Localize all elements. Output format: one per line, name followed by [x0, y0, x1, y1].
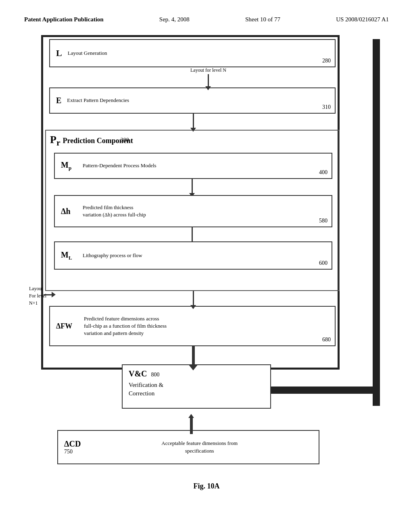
delta-cd-label: Acceptable feature dimensions fromspecif… [86, 440, 313, 454]
return-arrow-to-layout [374, 46, 380, 54]
film-thickness-id: Δh [61, 207, 77, 216]
prediction-component-box: Pr Prediction Component 300 Mp Pattern-D… [45, 130, 340, 291]
extract-number: 310 [322, 104, 331, 110]
page: Patent Application Publication Sep. 4, 2… [0, 0, 413, 532]
lithography-box: ML Lithography process or flow 600 [54, 241, 332, 270]
arrow-extract-pred [190, 114, 196, 132]
return-line-top-horizontal [368, 39, 380, 46]
vac-id: V&C [129, 369, 147, 378]
vac-box: V&C 800 Verification &Correction [122, 364, 271, 409]
pattern-models-box: Mp Pattern-Dependent Process Models 400 [54, 153, 332, 179]
delta-cd-id: ΔCD [64, 439, 81, 449]
date-label: Sep. 4, 2008 [159, 16, 190, 23]
extract-id: E [56, 96, 61, 105]
return-line-right-vertical [373, 39, 380, 406]
pattern-models-number: 400 [319, 169, 327, 176]
arrow-models-film [189, 179, 195, 197]
delta-cd-number: 750 [64, 449, 73, 455]
pred-comp-id: Pr [50, 134, 60, 148]
arrow-litho-dfw [190, 291, 196, 309]
delta-cd-box: ΔCD 750 Acceptable feature dimensions fr… [57, 430, 319, 464]
lithography-label: Lithography process or flow [83, 252, 142, 259]
arrow-dfw-vac [188, 346, 198, 370]
vac-number: 800 [151, 372, 160, 378]
film-thickness-box: Δh Predicted film thicknessvariation (Δh… [54, 195, 332, 227]
pred-comp-number: 300 [121, 137, 129, 143]
publication-label: Patent Application Publication [24, 16, 104, 23]
extract-box: E Extract Pattern Dependencies 310 [49, 87, 336, 114]
lithography-id: ML [61, 250, 77, 261]
return-line-bottom-from-vac [271, 387, 378, 394]
sheet-label: Sheet 10 of 77 [245, 16, 280, 23]
arrow-deltacd-vac [188, 414, 194, 434]
layout-gen-id: L [56, 48, 62, 58]
layout-gen-label: Layout Generation [68, 50, 107, 57]
delta-fw-box: ΔFW Predicted feature dimensions acrossf… [49, 306, 336, 346]
layout-gen-box: L Layout Generation 280 [49, 39, 336, 67]
patent-label: US 2008/0216027 A1 [336, 16, 389, 23]
film-thickness-number: 580 [319, 218, 327, 224]
figure-caption: Fig. 10A [33, 482, 380, 490]
film-thickness-label: Predicted film thicknessvariation (Δh) a… [83, 204, 146, 218]
lithography-number: 600 [319, 260, 327, 266]
pattern-models-label: Pattern-Dependent Process Models [83, 162, 156, 169]
delta-fw-label: Predicted feature dimensions acrossfull-… [84, 315, 167, 337]
extract-label: Extract Pattern Dependencies [67, 97, 129, 104]
layout-gen-number: 280 [322, 58, 331, 64]
side-arrow-horizontal [44, 292, 56, 297]
page-header: Patent Application Publication Sep. 4, 2… [24, 16, 389, 23]
delta-fw-number: 680 [322, 337, 331, 343]
vac-label: Verification &Correction [129, 381, 163, 398]
arrow-layout-extract-label: Layout for level N [190, 67, 226, 73]
pattern-models-id: Mp [61, 160, 77, 171]
delta-fw-id: ΔFW [56, 322, 78, 330]
arrow-layout-extract: Layout for level N [190, 67, 226, 90]
diagram-area: L Layout Generation 280 Layout for level… [33, 35, 380, 490]
